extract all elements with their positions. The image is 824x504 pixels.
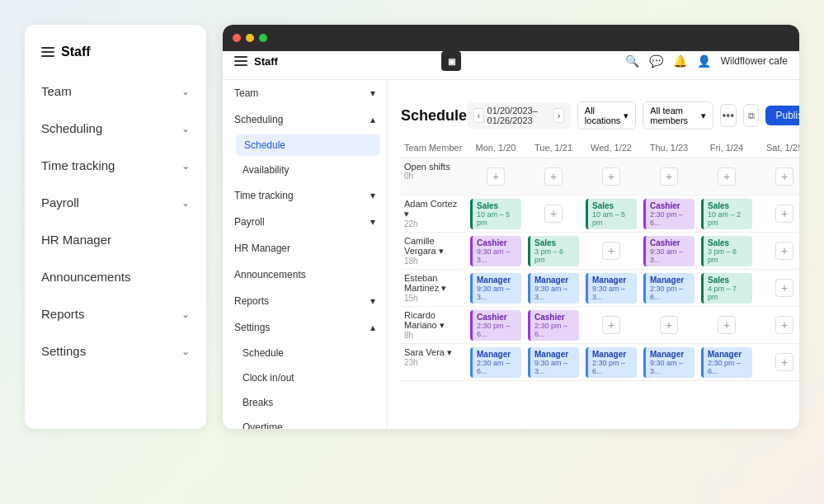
shift-block-manager[interactable]: Manager2:30 pm – 6... [701,347,752,378]
inner-nav-announcements[interactable]: Announcements [223,261,387,288]
left-nav-item-announcements[interactable]: Announcements [25,258,206,295]
table-row: Sara Vera ▾ 23h Manager2:30 am – 6...Man… [401,344,799,381]
shift-cell-4-5: + [756,307,799,344]
add-shift-btn[interactable]: + [775,167,793,186]
inner-nav-sub-overtime[interactable]: Overtime [223,415,387,429]
inner-nav-sub-clock-in/out[interactable]: Clock in/out [223,365,387,390]
left-nav-item-payroll[interactable]: Payroll⌄ [25,184,206,221]
col-header-mon-1-20: Mon, 1/20 [467,138,525,158]
shift-cell-4-1: Cashier2:30 pm – 6... [525,307,582,344]
schedule-table-wrapper: Team MemberMon, 1/20Tue, 1/21Wed, 1/22Th… [401,138,786,381]
add-shift-btn[interactable]: + [602,316,620,334]
member-name: Adam Cortez ▾ [404,199,464,219]
shift-block-cashier[interactable]: Cashier2:30 pm – 6... [528,310,579,341]
team-filter[interactable]: All team members ▾ [643,101,713,130]
left-nav-item-hr-manager[interactable]: HR Manager [25,221,206,258]
member-name: Esteban Martinez ▾ [404,273,464,294]
add-shift-btn[interactable]: + [660,167,678,186]
hamburger-icon[interactable] [41,47,54,57]
search-icon[interactable]: 🔍 [625,54,639,68]
shift-block-sales[interactable]: Sales10 am – 2 pm [701,199,752,229]
publish-button[interactable]: Publish [765,106,799,125]
inner-sidebar: Team▾Scheduling▴ScheduleAvailabilityTime… [223,80,388,429]
shift-block-manager[interactable]: Manager9:30 am – 3... [528,347,579,378]
team-label: All team members [650,106,698,125]
inner-nav-sub-availability[interactable]: Availability [223,158,387,182]
inner-nav-sub-breaks[interactable]: Breaks [223,390,387,415]
add-shift-btn[interactable]: + [718,167,736,186]
shift-block-sales[interactable]: Sales10 am – 5 pm [586,199,637,229]
add-shift-btn[interactable]: + [544,205,563,223]
copy-btn[interactable]: ⧉ [743,104,760,127]
shift-block-manager[interactable]: Manager9:30 am – 3... [470,273,521,304]
shift-cell-3-4: Sales4 pm – 7 pm [698,270,756,307]
member-cell-1: Adam Cortez ▾ 22h [401,195,467,233]
shift-cell-1-0: Sales10 am – 5 pm [467,195,525,233]
shift-cell-2-4: Sales3 pm – 6 pm [698,233,756,270]
prev-week-btn[interactable]: ‹ [473,108,484,123]
add-shift-btn[interactable]: + [775,353,793,371]
traffic-light-close[interactable] [233,34,241,42]
chat-icon[interactable]: 💬 [649,54,663,68]
inner-nav-reports[interactable]: Reports▾ [223,288,387,314]
bell-icon[interactable]: 🔔 [673,54,687,68]
left-nav-item-settings[interactable]: Settings⌄ [25,332,206,370]
inner-nav-team[interactable]: Team▾ [223,80,387,106]
member-name: Ricardo Mariano ▾ [404,310,464,331]
inner-nav-hr-manager[interactable]: HR Manager [223,235,387,261]
inner-nav-settings[interactable]: Settings▴ [223,314,387,341]
left-nav-item-time-tracking[interactable]: Time tracking⌄ [25,147,206,184]
topbar-user[interactable]: Wildflower cafe [721,55,788,67]
shift-block-manager[interactable]: Manager9:30 am – 3... [528,273,579,304]
inner-nav-time-tracking[interactable]: Time tracking▾ [223,182,387,209]
chevron-icon: ⌄ [181,86,190,97]
inner-nav-scheduling[interactable]: Scheduling▴ [223,106,387,133]
add-shift-btn[interactable]: + [487,167,505,186]
location-filter[interactable]: All locations ▾ [577,101,636,130]
user-icon[interactable]: 👤 [697,54,711,68]
add-shift-btn[interactable]: + [775,205,793,223]
shift-block-manager[interactable]: Manager2:30 pm – 6... [643,273,695,304]
traffic-light-fullscreen[interactable] [259,34,267,42]
shift-block-manager[interactable]: Manager2:30 am – 6... [470,347,521,378]
col-header-fri-1-24: Fri, 1/24 [698,138,756,158]
shift-block-cashier[interactable]: Cashier9:30 am – 3... [470,236,521,266]
more-options-btn[interactable]: ••• [720,104,737,127]
left-nav-item-reports[interactable]: Reports⌄ [25,295,206,332]
shift-block-sales[interactable]: Sales4 pm – 7 pm [701,273,752,304]
chevron-icon: ⌄ [181,309,190,320]
shift-block-sales[interactable]: Sales3 pm – 6 pm [701,236,752,266]
shift-block-manager[interactable]: Manager2:30 pm – 6... [586,347,637,378]
add-shift-btn[interactable]: + [775,316,793,334]
shift-block-manager[interactable]: Manager9:30 am – 3... [643,347,695,378]
add-shift-btn[interactable]: + [602,167,620,186]
next-week-btn[interactable]: › [553,108,564,123]
shift-cell-4-0: Cashier2:30 pm – 6... [467,307,525,344]
chevron-icon: ▾ [370,216,375,228]
shift-cell-0-0: + [467,158,525,195]
shift-block-cashier[interactable]: Cashier2:30 pm – 6... [643,199,695,229]
left-nav-item-team[interactable]: Team⌄ [25,73,206,110]
shift-block-sales[interactable]: Sales3 pm – 6 pm [528,236,579,266]
add-shift-btn[interactable]: + [602,242,620,260]
add-shift-btn[interactable]: + [660,316,678,334]
member-hours: 0h [404,172,413,181]
left-nav-item-scheduling[interactable]: Scheduling⌄ [25,110,206,147]
add-shift-btn[interactable]: + [775,242,793,260]
shift-block-cashier[interactable]: Cashier2:30 pm – 6... [470,310,521,341]
shift-block-manager[interactable]: Manager9:30 am – 3... [586,273,637,304]
shift-cell-5-3: Manager9:30 am – 3... [640,344,698,381]
add-shift-btn[interactable]: + [775,279,793,297]
add-shift-btn[interactable]: + [718,316,736,334]
traffic-light-minimize[interactable] [246,34,254,42]
shift-cell-0-2: + [582,158,640,195]
shift-block-sales[interactable]: Sales10 am – 5 pm [470,199,521,229]
inner-hamburger-icon[interactable] [234,56,247,66]
inner-nav-sub-schedule[interactable]: Schedule [236,134,380,156]
shift-block-cashier[interactable]: Cashier9:30 am – 3... [643,236,695,266]
add-shift-btn[interactable]: + [544,167,563,186]
inner-nav-payroll[interactable]: Payroll▾ [223,209,387,235]
inner-nav-sub-schedule[interactable]: Schedule [223,341,387,365]
member-hours: 15h [404,294,418,303]
chevron-icon: ▾ [370,87,375,99]
